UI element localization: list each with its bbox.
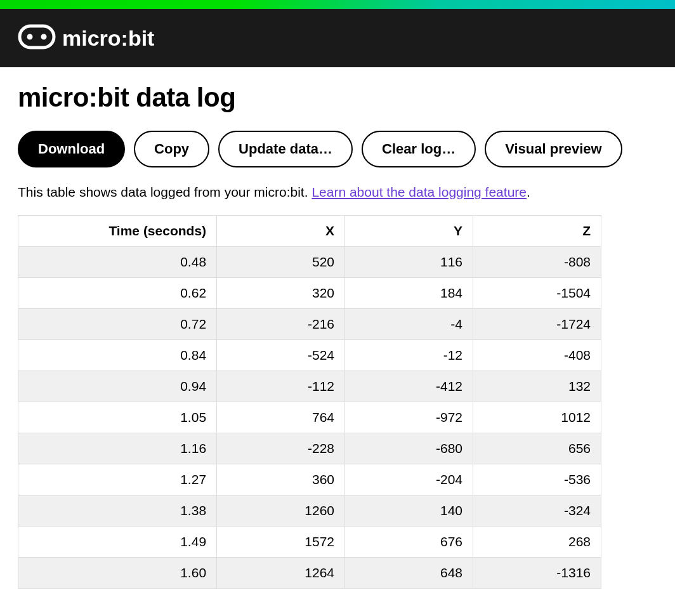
table-row: 1.16-228-680656 <box>18 433 601 464</box>
table-cell: 268 <box>473 527 601 558</box>
table-cell: 184 <box>345 278 473 309</box>
page-title: micro:bit data log <box>18 82 657 113</box>
table-cell: 1.27 <box>18 464 217 495</box>
table-cell: -680 <box>345 433 473 464</box>
description-suffix: . <box>527 185 530 199</box>
table-cell: 1.60 <box>18 558 217 589</box>
table-cell: 764 <box>217 402 345 433</box>
table-row: 0.62320184-1504 <box>18 278 601 309</box>
table-cell: -1724 <box>473 309 601 340</box>
logo: micro:bit <box>18 24 154 52</box>
table-cell: 1012 <box>473 402 601 433</box>
table-cell: -808 <box>473 247 601 278</box>
table-row: 1.05764-9721012 <box>18 402 601 433</box>
learn-link[interactable]: Learn about the data logging feature <box>311 185 527 199</box>
table-cell: -228 <box>217 433 345 464</box>
svg-point-1 <box>27 34 33 40</box>
button-row: Download Copy Update data… Clear log… Vi… <box>18 131 657 167</box>
table-cell: 0.48 <box>18 247 217 278</box>
visual-preview-button[interactable]: Visual preview <box>485 131 622 167</box>
table-cell: 0.72 <box>18 309 217 340</box>
table-cell: -972 <box>345 402 473 433</box>
table-cell: -204 <box>345 464 473 495</box>
data-table: Time (seconds)XYZ 0.48520116-8080.623201… <box>18 215 601 589</box>
table-row: 0.94-112-412132 <box>18 371 601 402</box>
table-cell: 520 <box>217 247 345 278</box>
table-cell: -12 <box>345 340 473 371</box>
clear-log-button[interactable]: Clear log… <box>362 131 476 167</box>
table-header: Y <box>345 216 473 247</box>
table-cell: -412 <box>345 371 473 402</box>
table-cell: -408 <box>473 340 601 371</box>
table-row: 1.27360-204-536 <box>18 464 601 495</box>
main-content: micro:bit data log Download Copy Update … <box>0 67 675 604</box>
microbit-icon <box>18 24 56 52</box>
table-header-row: Time (seconds)XYZ <box>18 216 601 247</box>
table-cell: 1.49 <box>18 527 217 558</box>
table-cell: 1264 <box>217 558 345 589</box>
description-text: This table shows data logged from your m… <box>18 185 311 199</box>
update-data-button[interactable]: Update data… <box>218 131 353 167</box>
table-cell: 1572 <box>217 527 345 558</box>
table-cell: -536 <box>473 464 601 495</box>
table-header: Z <box>473 216 601 247</box>
table-cell: -4 <box>345 309 473 340</box>
header: micro:bit <box>0 9 675 67</box>
table-cell: -324 <box>473 495 601 527</box>
table-cell: 360 <box>217 464 345 495</box>
svg-rect-0 <box>20 26 54 48</box>
table-header: Time (seconds) <box>18 216 217 247</box>
table-row: 0.48520116-808 <box>18 247 601 278</box>
description: This table shows data logged from your m… <box>18 183 657 201</box>
table-cell: 0.62 <box>18 278 217 309</box>
brand-name: micro:bit <box>62 26 154 51</box>
table-cell: -216 <box>217 309 345 340</box>
table-cell: 1.16 <box>18 433 217 464</box>
table-cell: -524 <box>217 340 345 371</box>
table-cell: 676 <box>345 527 473 558</box>
table-row: 1.601264648-1316 <box>18 558 601 589</box>
table-cell: 320 <box>217 278 345 309</box>
table-cell: -1316 <box>473 558 601 589</box>
table-cell: 116 <box>345 247 473 278</box>
table-cell: 1.38 <box>18 495 217 527</box>
table-cell: 648 <box>345 558 473 589</box>
table-cell: 1.05 <box>18 402 217 433</box>
table-row: 0.72-216-4-1724 <box>18 309 601 340</box>
table-cell: 132 <box>473 371 601 402</box>
gradient-bar <box>0 0 675 9</box>
table-header: X <box>217 216 345 247</box>
table-row: 0.84-524-12-408 <box>18 340 601 371</box>
svg-point-2 <box>41 34 47 40</box>
table-cell: 140 <box>345 495 473 527</box>
table-cell: 1260 <box>217 495 345 527</box>
download-button[interactable]: Download <box>18 131 125 167</box>
table-cell: -1504 <box>473 278 601 309</box>
table-row: 1.491572676268 <box>18 527 601 558</box>
table-row: 1.381260140-324 <box>18 495 601 527</box>
table-cell: 656 <box>473 433 601 464</box>
table-cell: 0.84 <box>18 340 217 371</box>
copy-button[interactable]: Copy <box>134 131 209 167</box>
table-cell: 0.94 <box>18 371 217 402</box>
table-cell: -112 <box>217 371 345 402</box>
